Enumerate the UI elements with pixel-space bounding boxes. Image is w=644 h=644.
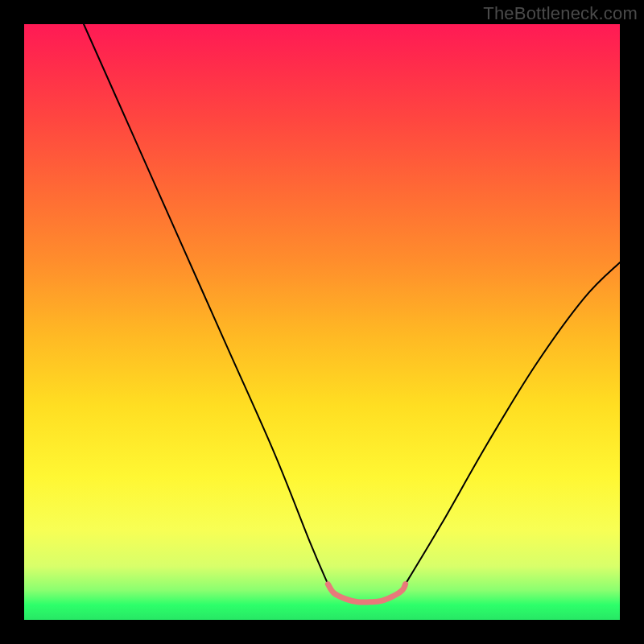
- watermark-text: TheBottleneck.com: [483, 3, 638, 24]
- chart-curve-svg: [24, 24, 620, 620]
- chart-frame: TheBottleneck.com: [0, 0, 644, 644]
- series-left-descent: [84, 24, 328, 584]
- series-right-ascent: [406, 262, 620, 584]
- series-valley-floor: [328, 584, 405, 603]
- chart-plot-area: [24, 24, 620, 620]
